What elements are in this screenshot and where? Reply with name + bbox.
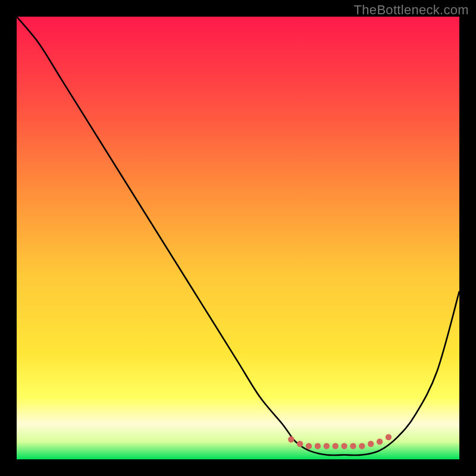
optimal-dot (350, 443, 356, 449)
optimal-dot (306, 443, 312, 449)
optimal-dot (368, 441, 374, 447)
optimal-dot (324, 443, 330, 449)
optimal-dot (297, 441, 303, 447)
bottleneck-chart-svg (17, 17, 459, 459)
optimal-dot (386, 434, 392, 440)
optimal-dot (377, 439, 383, 444)
optimal-dot (288, 436, 294, 442)
gradient-background (17, 17, 459, 459)
plot-area (17, 17, 459, 459)
optimal-dot (315, 443, 321, 449)
watermark-text: TheBottleneck.com (354, 2, 469, 18)
optimal-dot (341, 443, 347, 449)
optimal-dot (359, 443, 365, 449)
optimal-dot (332, 443, 338, 449)
chart-frame: TheBottleneck.com (0, 0, 476, 476)
